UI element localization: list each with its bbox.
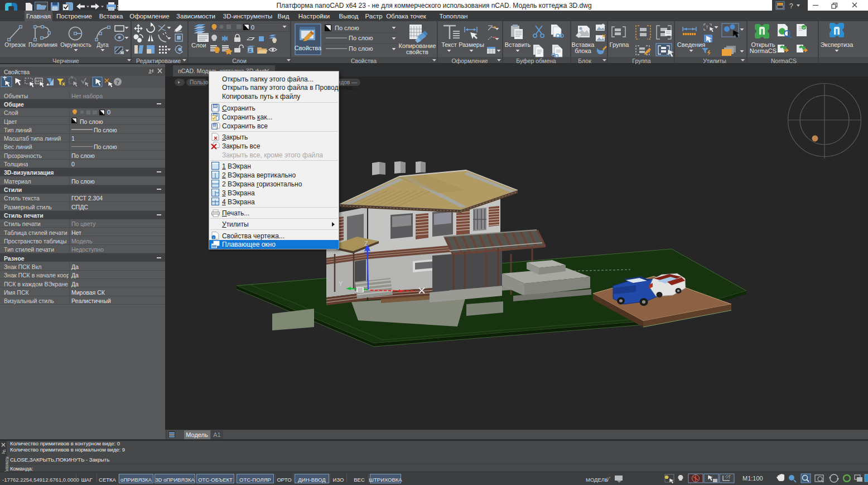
svg-text:блока: блока — [575, 47, 592, 54]
svg-text:Дуга: Дуга — [97, 42, 109, 48]
svg-text:0: 0 — [251, 24, 254, 31]
svg-text:Вставить: Вставить — [505, 41, 531, 48]
svg-text:0: 0 — [107, 109, 110, 116]
svg-text:Текст: Текст — [441, 41, 457, 48]
svg-text:М1:100: М1:100 — [742, 475, 763, 482]
svg-text:Полилиния: Полилиния — [28, 42, 57, 48]
svg-text:Окружность: Окружность — [60, 42, 91, 48]
svg-text:?: ? — [116, 79, 119, 85]
svg-text:Сведения: Сведения — [677, 41, 705, 48]
svg-text:Свойства: Свойства — [295, 45, 322, 51]
svg-text:Слои: Слои — [191, 42, 206, 49]
svg-text:Y: Y — [339, 280, 343, 287]
svg-text:Z: Z — [364, 240, 368, 247]
svg-text:По слою: По слою — [349, 45, 373, 52]
svg-text:T: T — [706, 25, 708, 30]
svg-text:свойств: свойств — [406, 49, 428, 55]
svg-text:?: ? — [789, 2, 793, 10]
svg-text:Группа: Группа — [610, 41, 630, 48]
svg-text:ρ°: ρ° — [606, 476, 611, 482]
svg-text:NormaCS: NormaCS — [750, 47, 777, 54]
svg-text:ƒ: ƒ — [729, 474, 731, 479]
svg-text:По слою: По слою — [335, 25, 359, 31]
svg-text:Экспертиза: Экспертиза — [821, 41, 854, 48]
svg-text:Размеры: Размеры — [459, 41, 484, 48]
svg-text:По слою: По слою — [349, 35, 373, 41]
svg-text:Отрезок: Отрезок — [4, 42, 26, 48]
